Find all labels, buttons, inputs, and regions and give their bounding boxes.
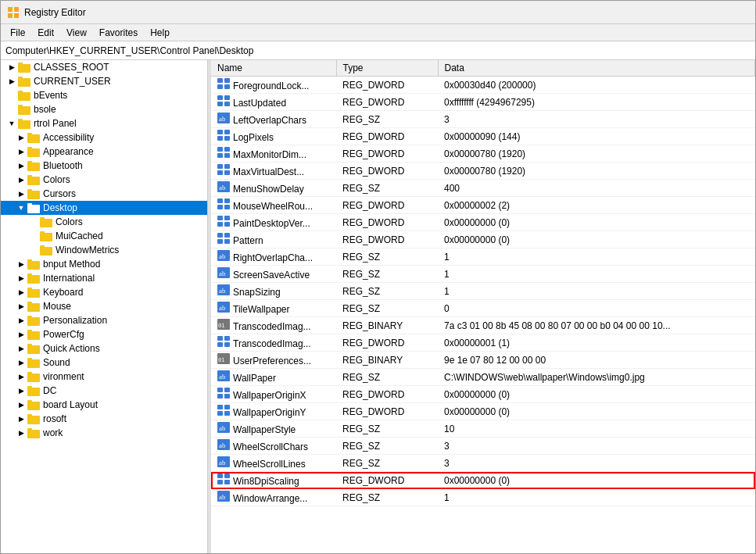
sidebar-item-desktop-muicached[interactable]: MuiCached	[1, 229, 207, 243]
table-row[interactable]: 01 UserPreferences...REG_BINARY9e 1e 07 …	[211, 352, 755, 369]
table-row[interactable]: ab RightOverlapCha...REG_SZ1	[211, 248, 755, 266]
row-name-text: WallpaperOriginY	[233, 407, 306, 418]
table-row[interactable]: TranscodedImag...REG_DWORD0x00000001 (1)	[211, 334, 755, 352]
table-row[interactable]: ab TileWallpaperREG_SZ0	[211, 300, 755, 317]
svg-rect-49	[27, 372, 32, 374]
svg-rect-46	[27, 359, 40, 368]
sidebar-item-sole[interactable]: bsole	[1, 102, 207, 116]
sidebar-item-personalization[interactable]: ▶ Personalization	[1, 313, 207, 327]
cell-name: ab ScreenSaveActive	[211, 266, 336, 283]
svg-rect-60	[217, 84, 223, 89]
sidebar-item-control-panel[interactable]: ▼ rtrol Panel	[1, 116, 207, 130]
table-row[interactable]: ab MenuShowDelayREG_SZ400	[211, 180, 755, 197]
svg-rect-105	[224, 336, 230, 341]
sidebar-item-quick-actions[interactable]: ▶ Quick Actions	[1, 341, 207, 356]
sidebar-item-cursors[interactable]: ▶ Cursors	[1, 187, 207, 201]
sidebar-item-appearance[interactable]: ▶ Appearance	[1, 145, 207, 159]
sidebar-item-powercfg[interactable]: ▶ PowerCfg	[1, 327, 207, 341]
svg-rect-19	[27, 161, 32, 163]
table-row[interactable]: ab WallpaperStyleREG_SZ10	[211, 420, 755, 438]
svg-rect-45	[27, 344, 32, 346]
svg-rect-4	[18, 64, 30, 73]
cell-name: WallpaperOriginX	[211, 386, 336, 403]
table-row[interactable]: ab ScreenSaveActiveREG_SZ1	[211, 266, 755, 283]
svg-rect-82	[217, 198, 223, 203]
sidebar-item-classes-root[interactable]: ▶ CLASSES_ROOT	[1, 60, 207, 74]
svg-rect-68	[217, 130, 223, 134]
sidebar-item-dc[interactable]: ▶ DC	[1, 384, 207, 398]
folder-icon	[27, 413, 40, 424]
cell-name: ab WallPaper	[211, 369, 336, 386]
svg-text:01: 01	[218, 323, 224, 329]
menu-file[interactable]: File	[4, 26, 31, 40]
sidebar-item-colors[interactable]: ▶ Colors	[1, 173, 207, 187]
sidebar-item-accessibility[interactable]: ▶ Accessibility	[1, 130, 207, 145]
table-row[interactable]: ab WheelScrollCharsREG_SZ3	[211, 438, 755, 455]
menu-edit[interactable]: Edit	[31, 26, 60, 40]
cell-name: Pattern	[211, 231, 336, 248]
sidebar-item-work[interactable]: ▶ work	[1, 426, 207, 440]
cell-data: 3	[438, 438, 755, 455]
svg-rect-85	[224, 205, 230, 209]
menu-help[interactable]: Help	[144, 26, 176, 40]
sidebar-item-desktop-windowmetrics[interactable]: WindowMetrics	[1, 243, 207, 257]
table-row[interactable]: ab SnapSizingREG_SZ1	[211, 283, 755, 300]
dword-icon	[217, 388, 230, 399]
svg-rect-53	[27, 400, 32, 402]
table-row[interactable]: LogPixelsREG_DWORD0x00000090 (144)	[211, 128, 755, 145]
table-row[interactable]: PaintDesktopVer...REG_DWORD0x00000000 (0…	[211, 214, 755, 231]
table-row[interactable]: Win8DpiScalingREG_DWORD0x00000000 (0)	[211, 472, 755, 489]
sidebar-item-rosoft[interactable]: ▶ rosoft	[1, 412, 207, 426]
cell-data: 0x00000001 (1)	[438, 334, 755, 352]
folder-icon	[18, 62, 30, 73]
svg-rect-6	[18, 78, 30, 87]
svg-rect-115	[224, 394, 230, 399]
registry-table: Name Type Data ForegroundLock...REG_DWOR…	[211, 60, 755, 506]
table-row[interactable]: ab LeftOverlapCharsREG_SZ3	[211, 111, 755, 128]
row-name-text: WallpaperOriginX	[233, 390, 306, 401]
folder-icon	[18, 104, 30, 115]
table-row[interactable]: WallpaperOriginXREG_DWORD0x00000000 (0)	[211, 386, 755, 403]
cell-type: REG_DWORD	[336, 163, 438, 180]
svg-rect-54	[27, 416, 40, 424]
expand-arrow: ▶	[16, 428, 26, 438]
cell-type: REG_SZ	[336, 180, 438, 197]
table-row[interactable]: WallpaperOriginYREG_DWORD0x00000000 (0)	[211, 403, 755, 420]
table-row[interactable]: MaxVirtualDest...REG_DWORD0x00000780 (19…	[211, 163, 755, 180]
sidebar-item-desktop-colors[interactable]: Colors	[1, 215, 207, 229]
cell-type: REG_SZ	[336, 300, 438, 317]
table-row[interactable]: LastUpdatedREG_DWORD0xffffffff (42949672…	[211, 94, 755, 111]
sidebar-item-vironment[interactable]: ▶ vironment	[1, 370, 207, 384]
row-name-text: TranscodedImag...	[233, 321, 311, 332]
menu-favorites[interactable]: Favorites	[93, 26, 144, 40]
sidebar-item-input-method[interactable]: ▶ bnput Method	[1, 257, 207, 271]
menu-view[interactable]: View	[60, 26, 93, 40]
table-row[interactable]: ab WheelScrollLinesREG_SZ3	[211, 455, 755, 472]
cell-type: REG_SZ	[336, 248, 438, 266]
table-row[interactable]: ab WindowArrange...REG_SZ1	[211, 489, 755, 506]
table-row[interactable]: ab WallPaperREG_SZC:\WINDOWS\web\wallpap…	[211, 369, 755, 386]
sidebar-item-events[interactable]: bEvents	[1, 88, 207, 102]
table-row[interactable]: 01 TranscodedImag...REG_BINARY7a c3 01 0…	[211, 317, 755, 334]
cell-data: 1	[438, 266, 755, 283]
table-row[interactable]: PatternREG_DWORD0x00000000 (0)	[211, 231, 755, 248]
cell-name: ab WindowArrange...	[211, 489, 336, 506]
table-row[interactable]: MaxMonitorDim...REG_DWORD0x00000780 (192…	[211, 145, 755, 163]
cell-type: REG_SZ	[336, 111, 438, 128]
sidebar-item-international[interactable]: ▶ International	[1, 271, 207, 285]
sidebar-item-sound[interactable]: ▶ Sound	[1, 356, 207, 370]
svg-text:ab: ab	[219, 184, 226, 191]
sidebar-item-board-layout[interactable]: ▶ board Layout	[1, 398, 207, 412]
svg-rect-51	[27, 386, 32, 388]
sidebar-item-desktop[interactable]: ▼ Desktop	[1, 201, 207, 215]
table-row[interactable]: MouseWheelRou...REG_DWORD0x00000002 (2)	[211, 197, 755, 214]
svg-rect-18	[27, 163, 40, 171]
svg-rect-70	[217, 136, 223, 141]
cell-name: LastUpdated	[211, 94, 336, 111]
sidebar-item-keyboard[interactable]: ▶ Keyboard	[1, 285, 207, 299]
sidebar-item-bluetooth[interactable]: ▶ Bluetooth	[1, 159, 207, 173]
sidebar-item-current-user[interactable]: ▶ CURRENT_USER	[1, 74, 207, 88]
sidebar-item-mouse[interactable]: ▶ Mouse	[1, 299, 207, 313]
cell-name: MaxVirtualDest...	[211, 163, 336, 180]
table-row[interactable]: ForegroundLock...REG_DWORD0x00030d40 (20…	[211, 77, 755, 94]
